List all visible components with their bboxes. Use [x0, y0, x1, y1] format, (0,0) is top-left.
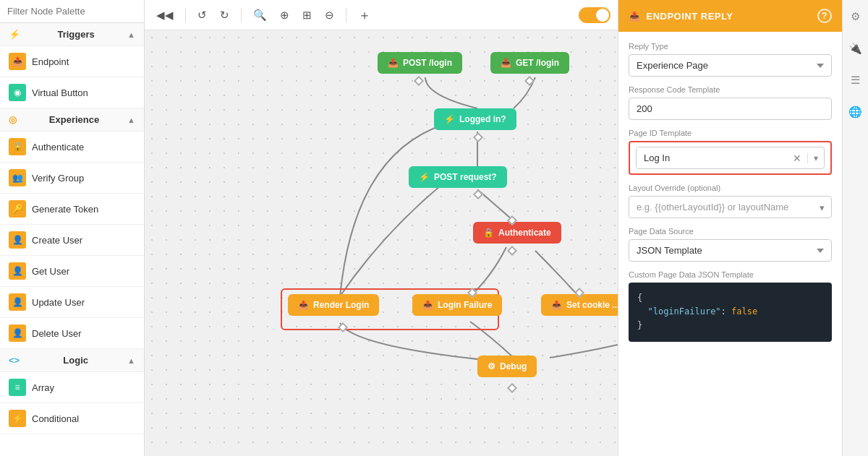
- toolbar: ◀◀ ↺ ↻ 🔍 ⊕ ⊞ ⊖ ＋: [145, 0, 618, 30]
- triggers-icon: ⚡: [9, 29, 20, 40]
- authenticate-icon: 🔒: [483, 228, 494, 238]
- node-debug[interactable]: ⚙ Debug: [477, 356, 537, 377]
- sidebar-item-virtual-button[interactable]: ◉ Virtual Button: [0, 77, 144, 108]
- response-code-label: Response Code Template: [629, 85, 832, 94]
- delete-user-icon: 👤: [9, 324, 26, 342]
- panel-body: Reply Type Experience Page JSON Redirect…: [618, 32, 842, 456]
- post-login-label: POST /login: [403, 58, 452, 68]
- settings-panel-icon[interactable]: ⚙: [846, 7, 865, 26]
- chevron-up-icon-2: ▲: [127, 116, 135, 124]
- sidebar-item-verify-group[interactable]: 👥 Verify Group: [0, 163, 144, 194]
- sidebar-item-authenticate-label: Authenticate: [32, 142, 84, 152]
- panel-icons: ⚙ 🔌 ☰ 🌐: [842, 0, 868, 456]
- layout-override-label: Layout Override (optional): [629, 184, 832, 192]
- sidebar-item-update-user[interactable]: 👤 Update User: [0, 287, 144, 318]
- experience-icon: ◎: [9, 114, 17, 125]
- node-authenticate[interactable]: 🔒 Authenticate: [473, 222, 561, 244]
- add-node-button[interactable]: ＋: [354, 4, 375, 27]
- sidebar-item-create-user-label: Create User: [32, 235, 82, 246]
- logged-in-icon: ⚡: [444, 114, 455, 124]
- debug-output-diamond: [507, 383, 517, 393]
- page-id-label: Page ID Template: [629, 129, 832, 137]
- section-experience[interactable]: ◎ Experience ▲: [0, 108, 144, 132]
- node-logged-in[interactable]: ⚡ Logged in?: [434, 108, 516, 130]
- sidebar-item-generate-token[interactable]: 🔑 Generate Token: [0, 194, 144, 225]
- page-id-field-wrapper: ✕ ▾: [629, 141, 832, 175]
- node-post-login[interactable]: 📤 POST /login: [378, 52, 462, 74]
- sidebar-item-array[interactable]: ≡ Array: [0, 372, 144, 403]
- layout-override-select[interactable]: e.g. {{otherLayoutId}} or layoutName: [629, 196, 832, 218]
- flow-canvas[interactable]: 📤 POST /login 📥 GET /login ⚡ Logged in? …: [145, 30, 618, 456]
- conditional-icon: ⚡: [9, 410, 26, 427]
- sidebar: ⚡ Triggers ▲ 📤 Endpoint ◉ Virtual Button…: [0, 0, 145, 456]
- post-request-icon: ⚡: [419, 172, 430, 182]
- globe-panel-icon[interactable]: 🌐: [846, 103, 865, 121]
- panel-header: 📤 ENDPOINT REPLY ?: [618, 0, 842, 32]
- panel-header-icon: 📤: [629, 11, 641, 22]
- node-get-login[interactable]: 📥 GET /login: [490, 52, 569, 74]
- sidebar-item-endpoint[interactable]: 📤 Endpoint: [0, 46, 144, 77]
- zoom-reset-button[interactable]: ⊖: [320, 6, 339, 25]
- custom-data-editor[interactable]: { "loginFailure": false }: [629, 283, 832, 342]
- endpoint-icon: 📤: [9, 53, 26, 70]
- sidebar-item-authenticate[interactable]: 🔒 Authenticate: [0, 132, 144, 163]
- page-data-source-select[interactable]: JSON Template None: [629, 239, 832, 262]
- set-cookie-icon: 📤: [551, 300, 562, 310]
- login-failure-label: Login Failure: [438, 300, 492, 310]
- authenticate-icon: 🔒: [9, 138, 26, 155]
- section-triggers[interactable]: ⚡ Triggers ▲: [0, 23, 144, 46]
- section-logic[interactable]: <> Logic ▲: [0, 349, 144, 372]
- layers-panel-icon[interactable]: ☰: [846, 71, 865, 90]
- node-post-request[interactable]: ⚡ POST request?: [409, 166, 507, 188]
- right-panel: 📤 ENDPOINT REPLY ? Reply Type Experience…: [618, 0, 842, 456]
- logic-icon: <>: [9, 355, 20, 366]
- sidebar-item-delete-user[interactable]: 👤 Delete User: [0, 318, 144, 349]
- main-area: ◀◀ ↺ ↻ 🔍 ⊕ ⊞ ⊖ ＋: [145, 0, 618, 456]
- plug-panel-icon[interactable]: 🔌: [846, 39, 865, 58]
- help-icon[interactable]: ?: [817, 9, 832, 23]
- sidebar-item-conditional[interactable]: ⚡ Conditional: [0, 403, 144, 434]
- array-icon: ≡: [9, 379, 26, 396]
- chevron-up-icon-3: ▲: [127, 356, 135, 365]
- filter-input[interactable]: [0, 0, 144, 23]
- render-login-label: Render Login: [313, 300, 369, 310]
- divider-1: [185, 8, 186, 22]
- redo-button[interactable]: ↻: [216, 6, 234, 25]
- post-request-label: POST request?: [434, 172, 497, 182]
- sidebar-item-create-user[interactable]: 👤 Create User: [0, 225, 144, 256]
- sidebar-item-verify-group-label: Verify Group: [32, 173, 84, 184]
- response-code-input[interactable]: [629, 98, 832, 120]
- sidebar-item-delete-user-label: Delete User: [32, 328, 82, 339]
- set-cookie-label: Set cookie ...: [566, 300, 618, 310]
- generate-token-icon: 🔑: [9, 200, 26, 218]
- get-login-label: GET /login: [516, 58, 559, 68]
- zoom-in-button[interactable]: ⊕: [276, 6, 294, 25]
- node-render-login[interactable]: 📤 Render Login: [288, 294, 379, 316]
- logged-in-bottom-diamond: [473, 132, 483, 142]
- get-login-icon: 📥: [501, 58, 511, 68]
- divider-2: [241, 8, 242, 22]
- post-login-icon: 📤: [388, 58, 399, 68]
- back-button[interactable]: ◀◀: [152, 6, 178, 25]
- page-id-clear-button[interactable]: ✕: [787, 152, 807, 164]
- debug-label: Debug: [500, 361, 527, 371]
- get-login-bottom-diamond: [524, 76, 535, 86]
- undo-button[interactable]: ↺: [193, 6, 211, 25]
- zoom-out-button[interactable]: 🔍: [249, 6, 271, 25]
- node-login-failure[interactable]: 📤 Login Failure: [412, 294, 502, 316]
- render-login-icon: 📤: [298, 300, 309, 310]
- section-logic-label: Logic: [63, 355, 88, 366]
- toggle-knob: [596, 9, 609, 22]
- page-id-input[interactable]: [637, 147, 787, 168]
- sidebar-item-get-user[interactable]: 👤 Get User: [0, 256, 144, 287]
- page-id-arrow-button[interactable]: ▾: [807, 153, 824, 163]
- fit-button[interactable]: ⊞: [298, 6, 316, 25]
- chevron-up-icon: ▲: [127, 30, 135, 39]
- panel-title: ENDPOINT REPLY: [647, 11, 733, 22]
- toggle-switch[interactable]: [579, 7, 610, 23]
- reply-type-select[interactable]: Experience Page JSON Redirect: [629, 54, 832, 77]
- get-user-icon: 👤: [9, 262, 26, 280]
- custom-data-label: Custom Page Data JSON Template: [629, 270, 832, 279]
- page-id-inner: ✕ ▾: [636, 147, 825, 169]
- section-triggers-label: Triggers: [57, 29, 94, 40]
